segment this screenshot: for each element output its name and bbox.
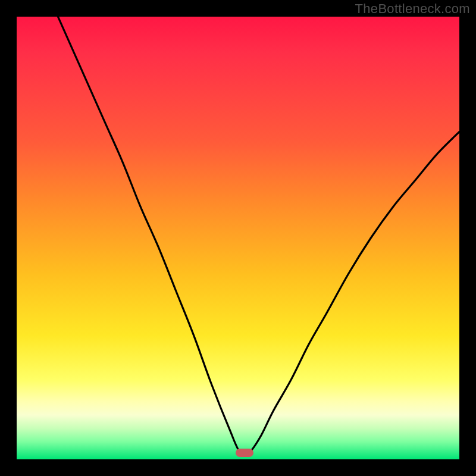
watermark-text: TheBottleneck.com	[355, 1, 470, 17]
plot-area	[17, 17, 459, 459]
bottleneck-curve	[17, 17, 459, 459]
chart-frame: TheBottleneck.com	[0, 0, 476, 476]
minimum-marker	[236, 449, 253, 457]
